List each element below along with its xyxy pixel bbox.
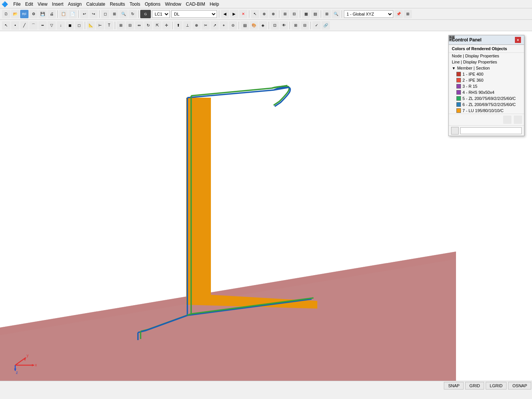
cp-line-display[interactable]: Line | Display Properties bbox=[449, 59, 524, 65]
cp-footer-btn2[interactable] bbox=[514, 116, 522, 124]
cp-member-item-7[interactable]: 7 - LU 195/80/10/10/C bbox=[449, 108, 524, 114]
osnap-button[interactable]: OSNAP bbox=[508, 382, 531, 390]
t2-extend-btn[interactable]: ↗ bbox=[211, 21, 219, 30]
menu-cadbim[interactable]: CAD-BIM bbox=[184, 1, 207, 8]
cursor-btn[interactable]: ↖ bbox=[251, 10, 259, 18]
menu-results[interactable]: Results bbox=[108, 1, 127, 8]
t2-mirror-btn[interactable]: ⇔ bbox=[135, 21, 143, 30]
cp-node-display[interactable]: Node | Display Properties bbox=[449, 53, 524, 59]
cp-member-section-label: Member | Section bbox=[457, 66, 490, 70]
cp-footer-btn1[interactable]: A bbox=[503, 116, 511, 124]
t2-openings-btn[interactable]: ◻ bbox=[75, 21, 83, 30]
t2-dimension-btn[interactable]: ⊢ bbox=[96, 21, 104, 30]
t2-polyline-btn[interactable]: ⌒ bbox=[29, 21, 38, 30]
cp-member-item-6[interactable]: 6 - ZL 200/69/75/2/2/25/60/C bbox=[449, 101, 524, 108]
menu-file[interactable]: File bbox=[11, 1, 23, 8]
arrow-left-btn[interactable]: ◀ bbox=[221, 10, 229, 18]
t2-surface-btn[interactable]: ◼ bbox=[66, 21, 74, 30]
panel-btn[interactable]: ▦ bbox=[302, 10, 310, 18]
print-btn[interactable]: 🖨 bbox=[48, 10, 56, 18]
view-drop-btn[interactable]: ▤ bbox=[311, 10, 319, 18]
search-fullscreen-btn[interactable]: 🔍 bbox=[332, 10, 340, 18]
t2-line-btn[interactable]: ╱ bbox=[20, 21, 28, 30]
t2-offset-btn[interactable]: ⊝ bbox=[229, 21, 237, 30]
menu-view[interactable]: View bbox=[35, 1, 50, 8]
menu-tools[interactable]: Tools bbox=[127, 1, 142, 8]
t2-view2-btn[interactable]: 👁 bbox=[280, 21, 288, 30]
t2-divide-btn[interactable]: ⊥ bbox=[183, 21, 192, 30]
t2-rotate-btn[interactable]: ↻ bbox=[144, 21, 152, 30]
t2-member-btn[interactable]: ━ bbox=[38, 21, 47, 30]
t2-render-btn[interactable]: ▤ bbox=[241, 21, 249, 30]
menu-edit[interactable]: Edit bbox=[23, 1, 35, 8]
t2-text-btn[interactable]: T bbox=[105, 21, 113, 30]
view-extra-btn[interactable]: 📌 bbox=[394, 10, 403, 18]
select-btn[interactable]: ◻ bbox=[101, 10, 109, 18]
cp-member-item-5[interactable]: 5 - ZL 200/75/69/2/2/25/60/C bbox=[449, 95, 524, 101]
t2-load-btn[interactable]: ↓ bbox=[57, 21, 65, 30]
snap-button[interactable]: SNAP bbox=[444, 382, 464, 390]
cp-member-section-header[interactable]: ▼ Member | Section bbox=[449, 65, 524, 71]
extra1-btn[interactable]: ⊞ bbox=[281, 10, 289, 18]
t2-group-btn[interactable]: ⊞ bbox=[117, 21, 125, 30]
menu-options[interactable]: Options bbox=[142, 1, 163, 8]
t2-connect-btn[interactable]: ⌖ bbox=[220, 21, 228, 30]
t2-copy-btn[interactable]: ⊟ bbox=[126, 21, 134, 30]
copy-btn[interactable]: 📄 bbox=[68, 10, 77, 18]
rotate-btn[interactable]: ↻ bbox=[128, 10, 137, 18]
t2-trim-btn[interactable]: ✂ bbox=[201, 21, 210, 30]
grid-button[interactable]: GRID bbox=[465, 382, 484, 390]
t2-node-btn[interactable]: • bbox=[11, 21, 19, 30]
lgrid-button[interactable]: LGRID bbox=[486, 382, 507, 390]
settings-btn[interactable]: ⚙ bbox=[29, 10, 38, 18]
extra2-btn[interactable]: ⊟ bbox=[290, 10, 298, 18]
menu-insert[interactable]: Insert bbox=[50, 1, 66, 8]
menu-calculate[interactable]: Calculate bbox=[84, 1, 108, 8]
svg-marker-5 bbox=[186, 98, 211, 107]
cp-search-input[interactable] bbox=[460, 127, 522, 134]
t2-link-btn[interactable]: 🔗 bbox=[321, 21, 330, 30]
menu-window[interactable]: Window bbox=[163, 1, 184, 8]
new-btn[interactable]: 🗋 bbox=[2, 10, 10, 18]
clipboard-btn[interactable]: 📋 bbox=[59, 10, 68, 18]
t2-filter-btn[interactable]: ⊡ bbox=[271, 21, 279, 30]
redo-btn[interactable]: ↪ bbox=[89, 10, 98, 18]
table-btn[interactable]: ⊞ bbox=[404, 10, 412, 18]
viewport-canvas[interactable]: x y z Control Panel × Colors of Rendered… bbox=[0, 31, 532, 390]
save-btn[interactable]: 💾 bbox=[38, 10, 47, 18]
rfem-btn[interactable]: RF bbox=[20, 10, 28, 18]
snap2-btn[interactable]: ⊗ bbox=[269, 10, 277, 18]
snap-btn[interactable]: ⊕ bbox=[260, 10, 268, 18]
view-select[interactable]: 1 - Global XYZ bbox=[344, 10, 393, 18]
t2-intersect-btn[interactable]: ⊕ bbox=[192, 21, 201, 30]
t2-move2-btn[interactable]: ✛ bbox=[162, 21, 171, 30]
cp-member-item-3[interactable]: 3 - R 15 bbox=[449, 83, 524, 89]
cp-list-icon[interactable] bbox=[451, 127, 459, 135]
t2-support-btn[interactable]: ▽ bbox=[48, 21, 56, 30]
dl-select[interactable]: DL bbox=[171, 10, 217, 18]
view3d-btn[interactable]: G bbox=[140, 10, 151, 18]
cross-btn[interactable]: ✕ bbox=[239, 10, 247, 18]
lc-select[interactable]: LC1 bbox=[152, 10, 170, 18]
cp-close-button[interactable]: × bbox=[515, 37, 521, 43]
t2-extra2-btn[interactable]: ⊟ bbox=[301, 21, 309, 30]
cp-member-item-4[interactable]: 4 - RHS 90x50x4 bbox=[449, 89, 524, 95]
t2-extrude-btn[interactable]: ⬆ bbox=[174, 21, 182, 30]
t2-extra-btn[interactable]: ⊞ bbox=[291, 21, 300, 30]
more1-btn[interactable]: ⊞ bbox=[323, 10, 331, 18]
open-btn[interactable]: 📂 bbox=[11, 10, 19, 18]
t2-color-btn[interactable]: 🎨 bbox=[250, 21, 258, 30]
move-btn[interactable]: ⊞ bbox=[110, 10, 119, 18]
t2-material-btn[interactable]: ◈ bbox=[259, 21, 267, 30]
zoom-btn[interactable]: 🔍 bbox=[119, 10, 128, 18]
arrow-right-btn[interactable]: ▶ bbox=[230, 10, 238, 18]
menu-assign[interactable]: Assign bbox=[66, 1, 84, 8]
t2-check-btn[interactable]: ✓ bbox=[312, 21, 321, 30]
menu-help[interactable]: Help bbox=[207, 1, 222, 8]
t2-measure-btn[interactable]: 📐 bbox=[87, 21, 95, 30]
t2-scale-btn[interactable]: ⇱ bbox=[153, 21, 162, 30]
cp-member-item-2[interactable]: 2 - IPE 360 bbox=[449, 77, 524, 83]
undo-btn[interactable]: ↩ bbox=[80, 10, 89, 18]
t2-select-btn[interactable]: ↖ bbox=[2, 21, 10, 30]
cp-member-item-1[interactable]: 1 - IPE 400 bbox=[449, 71, 524, 77]
